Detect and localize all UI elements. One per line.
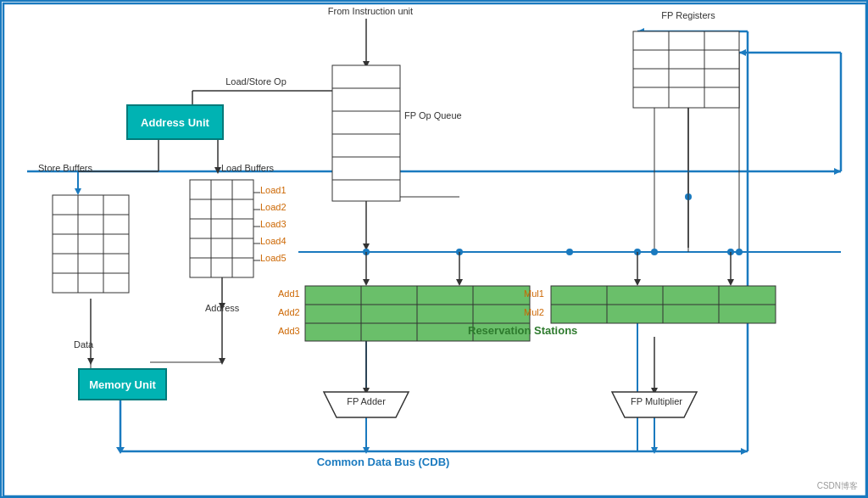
memory-unit-box: Memory Unit (78, 368, 167, 400)
architecture-diagram: From Instruction unit FP Registers Load/… (0, 0, 868, 498)
from-instruction-unit-label: From Instruction unit (315, 6, 426, 16)
address-label: Address (205, 303, 239, 313)
store-buffers-label: Store Buffers (36, 163, 95, 173)
add3-label: Add3 (278, 326, 300, 336)
svg-point-62 (736, 249, 743, 255)
mul2-label: Mul2 (524, 307, 544, 317)
svg-marker-56 (634, 279, 641, 286)
fp-multiplier-label: FP Multiplier (612, 396, 701, 406)
reservation-stations-label: Reservation Stations (468, 324, 544, 339)
load4-label: Load4 (260, 236, 287, 246)
svg-marker-58 (727, 279, 734, 286)
svg-marker-32 (219, 358, 225, 365)
load1-label: Load1 (260, 185, 287, 195)
address-unit-box: Address Unit (126, 104, 224, 140)
svg-rect-94 (633, 31, 739, 108)
mul1-label: Mul1 (524, 288, 544, 299)
add2-label: Add2 (278, 307, 300, 317)
watermark: CSDN博客 (817, 480, 858, 492)
diagram-svg (2, 2, 868, 498)
fp-registers-label: FP Registers (633, 10, 743, 20)
svg-rect-81 (190, 180, 253, 277)
svg-marker-54 (456, 279, 463, 286)
load3-label: Load3 (260, 219, 287, 229)
svg-marker-52 (363, 279, 370, 286)
load5-label: Load5 (260, 253, 287, 263)
data-label: Data (74, 339, 93, 350)
load2-label: Load2 (260, 202, 287, 212)
address-unit-label: Address Unit (141, 116, 209, 129)
svg-rect-74 (53, 195, 129, 293)
fp-op-queue-label: FP Op Queue (404, 110, 455, 120)
svg-point-60 (651, 249, 658, 255)
common-data-bus-label: Common Data Bus (CDB) (298, 456, 468, 468)
svg-rect-88 (332, 65, 400, 201)
load-store-op-label: Load/Store Op (205, 76, 307, 87)
add1-label: Add1 (278, 288, 300, 299)
svg-marker-13 (739, 49, 746, 56)
svg-marker-15 (75, 188, 81, 195)
load-buffers-label: Load Buffers (214, 163, 281, 173)
memory-unit-label: Memory Unit (89, 378, 156, 391)
fp-adder-label: FP Adder (328, 396, 404, 406)
